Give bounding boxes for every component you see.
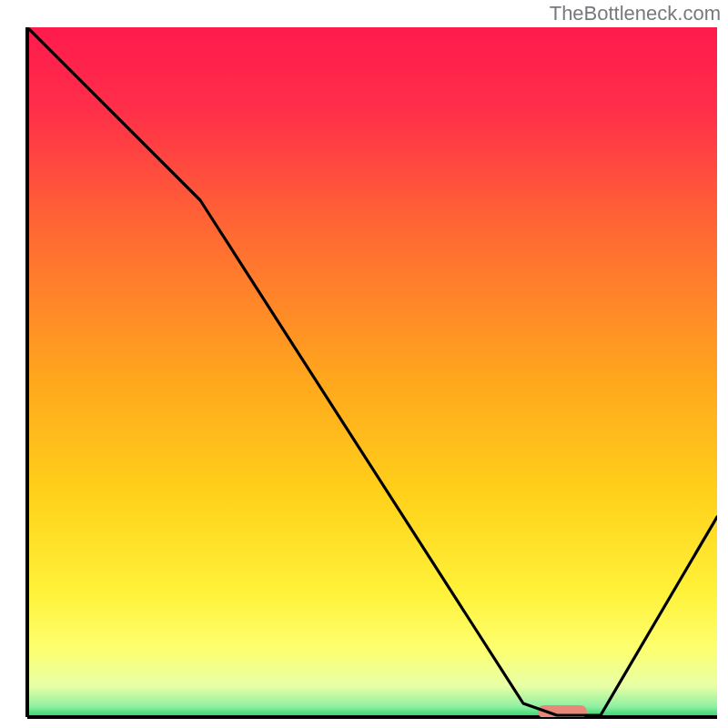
watermark-text: TheBottleneck.com (550, 2, 721, 25)
bottleneck-chart: TheBottleneck.com (0, 0, 728, 728)
plot-svg (0, 0, 728, 728)
